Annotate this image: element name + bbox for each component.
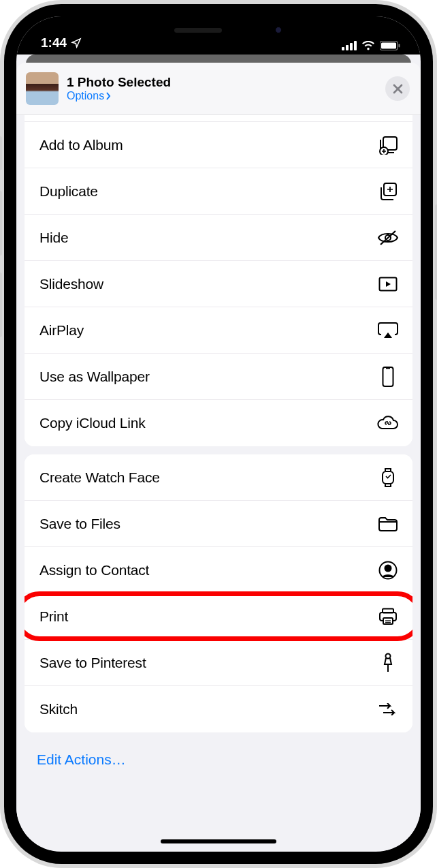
- print-icon: [377, 608, 399, 625]
- share-sheet: 1 Photo Selected Options: [16, 63, 421, 850]
- row-create-watch-face[interactable]: Create Watch Face: [25, 454, 412, 501]
- row-save-to-files[interactable]: Save to Files: [25, 501, 412, 547]
- row-label: Slideshow: [39, 276, 377, 292]
- options-label: Options: [67, 90, 104, 102]
- edit-actions-label: Edit Actions…: [37, 751, 126, 767]
- svg-rect-2: [350, 43, 353, 50]
- svg-rect-0: [342, 47, 344, 50]
- photo-thumbnail[interactable]: [26, 72, 59, 105]
- watchface-icon: [377, 467, 399, 488]
- row-duplicate[interactable]: Duplicate: [25, 168, 412, 215]
- location-icon: [71, 37, 82, 48]
- action-group-0: Add to Album Duplicate H: [25, 115, 412, 446]
- volume-up-button: [0, 191, 2, 255]
- svg-rect-3: [354, 41, 357, 50]
- wallpaper-icon: [377, 367, 399, 387]
- row-label: Save to Files: [39, 516, 377, 532]
- notch: [130, 16, 307, 44]
- add-to-album-icon: [377, 136, 399, 155]
- status-time: 1:44: [41, 35, 67, 50]
- svg-rect-1: [346, 45, 349, 50]
- row-label: Hide: [39, 230, 377, 246]
- cellular-icon: [342, 41, 357, 50]
- svg-rect-6: [399, 44, 400, 48]
- sheet-title: 1 Photo Selected: [67, 75, 385, 90]
- row-add-to-album[interactable]: Add to Album: [25, 122, 412, 168]
- row-skitch[interactable]: Skitch: [25, 686, 412, 732]
- row-label: Assign to Contact: [39, 562, 377, 578]
- svg-point-18: [385, 565, 391, 571]
- row-label: Create Watch Face: [39, 469, 377, 486]
- silence-switch: [0, 136, 2, 170]
- row-slideshow[interactable]: Slideshow: [25, 261, 412, 307]
- hide-icon: [377, 230, 399, 246]
- pin-icon: [377, 653, 399, 673]
- row-label: AirPlay: [39, 322, 377, 339]
- wifi-icon: [361, 41, 375, 50]
- options-button[interactable]: Options: [67, 90, 385, 102]
- sheet-header: 1 Photo Selected Options: [16, 63, 421, 115]
- close-button[interactable]: [385, 76, 410, 101]
- device-frame: 1:44 1 Photo Selected Options: [0, 0, 437, 868]
- row-assign-to-contact[interactable]: Assign to Contact: [25, 547, 412, 593]
- edit-actions-button[interactable]: Edit Actions…: [16, 741, 421, 779]
- svg-point-24: [386, 653, 391, 658]
- row-label: Use as Wallpaper: [39, 369, 377, 385]
- contact-icon: [377, 561, 399, 580]
- action-group-1: Create Watch Face Save to Files: [25, 454, 412, 732]
- battery-icon: [380, 41, 400, 50]
- row-copy-icloud-link[interactable]: Copy iCloud Link: [25, 400, 412, 446]
- row-print[interactable]: Print: [25, 593, 412, 640]
- slideshow-icon: [377, 277, 399, 292]
- row-label: Skitch: [39, 701, 377, 717]
- svg-rect-13: [383, 367, 393, 386]
- row-label: Duplicate: [39, 183, 377, 200]
- row-hide[interactable]: Hide: [25, 215, 412, 261]
- sheet-body[interactable]: Add to Album Duplicate H: [16, 115, 421, 850]
- row-label: Print: [39, 608, 377, 625]
- row-airplay[interactable]: AirPlay: [25, 307, 412, 354]
- duplicate-icon: [377, 182, 399, 201]
- close-icon: [393, 84, 403, 94]
- row-save-to-pinterest[interactable]: Save to Pinterest: [25, 640, 412, 686]
- row-label: Copy iCloud Link: [39, 415, 377, 431]
- chevron-right-icon: [106, 92, 111, 100]
- row-use-as-wallpaper[interactable]: Use as Wallpaper: [25, 354, 412, 400]
- row-label: Save to Pinterest: [39, 655, 377, 671]
- skitch-icon: [377, 703, 399, 715]
- screen: 1:44 1 Photo Selected Options: [16, 16, 421, 852]
- folder-icon: [377, 516, 399, 531]
- row-label: Add to Album: [39, 137, 377, 153]
- home-indicator[interactable]: [161, 839, 276, 843]
- svg-rect-5: [381, 43, 396, 49]
- volume-down-button: [0, 273, 2, 337]
- airplay-icon: [377, 322, 399, 339]
- icloud-link-icon: [377, 416, 399, 431]
